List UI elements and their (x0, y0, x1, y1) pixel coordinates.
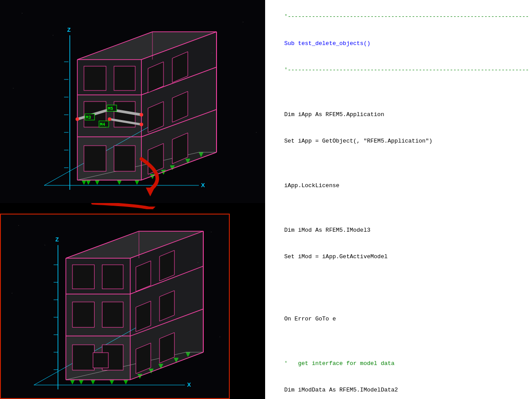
code-lock: iApp.LockLicense (284, 182, 339, 189)
svg-point-90 (220, 337, 220, 338)
code-dim-app: Dim iApp As RFEM5.Application (284, 111, 384, 118)
code-set-app: Set iApp = GetObject(, "RFEM5.Applicatio… (284, 138, 432, 144)
svg-point-1 (22, 13, 23, 14)
bottom-3d-view: Z X Y (0, 214, 230, 399)
svg-rect-56 (84, 146, 106, 171)
svg-rect-142 (72, 302, 95, 327)
svg-point-5 (13, 88, 14, 89)
code-dim-moddata: Dim iModData As RFEM5.IModelData2 (284, 387, 398, 393)
svg-rect-140 (72, 345, 95, 370)
code-panel: '---------------------------------------… (265, 0, 532, 399)
svg-rect-60 (84, 66, 106, 90)
svg-point-3 (243, 22, 243, 23)
svg-text:Z: Z (55, 236, 59, 243)
svg-text:M4: M4 (100, 122, 105, 127)
svg-text:M3: M3 (86, 115, 91, 120)
code-set-mod: Set iMod = iApp.GetActiveModel (284, 253, 388, 260)
svg-point-89 (11, 293, 12, 294)
code-separator1: '---------------------------------------… (284, 13, 529, 20)
code-on-error: On Error GoTo e (284, 316, 336, 322)
svg-rect-143 (102, 302, 123, 327)
svg-rect-57 (114, 146, 135, 171)
top-3d-view: Z X Y (0, 0, 265, 203)
svg-text:M5: M5 (108, 106, 113, 111)
code-comment1: ' get interface for model data (284, 360, 395, 367)
svg-point-85 (18, 225, 19, 226)
svg-rect-61 (114, 66, 135, 90)
svg-text:Z: Z (67, 26, 71, 33)
svg-rect-152 (93, 353, 108, 368)
svg-text:X: X (201, 182, 205, 188)
code-sub: Sub test_delete_objects() (284, 40, 370, 47)
svg-point-6 (256, 132, 257, 133)
svg-point-75 (108, 117, 111, 121)
code-dim-mod: Dim iMod As RFEM5.IModel3 (284, 227, 370, 233)
svg-point-73 (140, 123, 143, 126)
code-content: '---------------------------------------… (270, 4, 527, 399)
svg-text:X: X (187, 381, 191, 388)
svg-point-87 (211, 232, 212, 233)
svg-point-71 (76, 117, 79, 121)
svg-point-2 (53, 35, 53, 36)
svg-point-86 (45, 245, 46, 246)
left-panel: Z X Y (0, 0, 265, 399)
svg-rect-144 (72, 265, 95, 289)
code-separator2: '---------------------------------------… (284, 67, 529, 73)
svg-rect-145 (102, 265, 123, 289)
svg-point-72 (140, 113, 143, 117)
